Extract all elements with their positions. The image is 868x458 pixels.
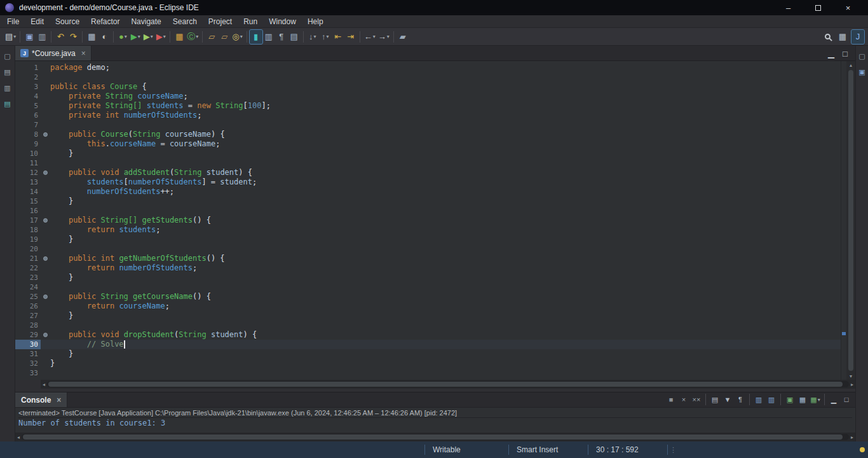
code-editor[interactable]: 1package demo;23public class Course {4 p…: [15, 61, 855, 380]
restore-view-icon[interactable]: ▢: [857, 51, 867, 61]
editor-vertical-scrollbar[interactable]: ▴ ▾: [846, 61, 855, 380]
remove-all-launches-icon[interactable]: ××: [690, 392, 703, 406]
horizontal-scroll-track[interactable]: [47, 381, 849, 387]
minimize-editor-icon[interactable]: ▁: [825, 46, 837, 60]
code-text[interactable]: }: [50, 349, 841, 359]
java-perspective-icon[interactable]: J: [851, 30, 864, 44]
menu-help[interactable]: Help: [302, 16, 329, 27]
coverage-icon[interactable]: ▶▾: [142, 30, 154, 44]
last-edit-location-icon[interactable]: ⇤: [332, 30, 344, 44]
code-text[interactable]: public Course(String courseName) {: [50, 130, 841, 139]
new-wizard-icon[interactable]: ▤▾: [4, 30, 17, 44]
display-selected-console-icon[interactable]: ▦: [796, 392, 809, 406]
terminate-icon[interactable]: ■: [665, 392, 677, 406]
dropdown-arrow-icon[interactable]: ▾: [125, 34, 127, 39]
fold-marker-icon[interactable]: [41, 292, 50, 302]
code-line-14[interactable]: 14 numberOfStudents++;: [15, 187, 841, 197]
code-line-9[interactable]: 9 this.courseName = courseName;: [15, 139, 841, 149]
scroll-up-icon[interactable]: ▴: [846, 61, 855, 69]
dropdown-arrow-icon[interactable]: ▾: [818, 397, 820, 403]
insert-mode-status[interactable]: Smart Insert: [508, 445, 588, 455]
code-line-31[interactable]: 31 }: [15, 349, 841, 359]
dropdown-arrow-icon[interactable]: ▾: [138, 34, 140, 39]
scroll-left-icon[interactable]: ◂: [43, 382, 45, 387]
code-line-7[interactable]: 7: [15, 120, 841, 130]
code-text[interactable]: private String[] students = new String[1…: [50, 101, 841, 111]
code-text[interactable]: public String getCourseName() {: [50, 292, 841, 302]
code-line-26[interactable]: 26 return courseName;: [15, 302, 841, 311]
dropdown-arrow-icon[interactable]: ▾: [373, 34, 376, 39]
back-icon[interactable]: ←▾: [363, 30, 377, 44]
scroll-down-icon[interactable]: ▾: [846, 372, 855, 380]
horizontal-scroll-track[interactable]: [22, 434, 849, 440]
code-line-4[interactable]: 4 private String courseName;: [15, 92, 841, 101]
code-text[interactable]: students[numberOfStudents] = student;: [50, 177, 841, 187]
dropdown-arrow-icon[interactable]: ▾: [240, 34, 243, 39]
scroll-lock-icon[interactable]: ▼: [721, 392, 734, 406]
redo-icon[interactable]: ↷: [67, 30, 79, 44]
remove-launch-icon[interactable]: ×: [677, 392, 690, 406]
close-button[interactable]: ×: [833, 0, 863, 15]
notification-lightbulb-icon[interactable]: [860, 447, 865, 452]
word-wrap-console-icon[interactable]: ¶: [734, 392, 747, 406]
code-line-25[interactable]: 25 public String getCourseName() {: [15, 292, 841, 302]
scroll-right-icon[interactable]: ▸: [851, 434, 853, 440]
code-text[interactable]: [50, 158, 841, 168]
code-line-27[interactable]: 27 }: [15, 311, 841, 321]
editor-horizontal-scrollbar[interactable]: ◂ ▸: [41, 380, 855, 389]
scroll-right-icon[interactable]: ▸: [851, 382, 853, 387]
dropdown-arrow-icon[interactable]: ▾: [313, 34, 316, 39]
code-line-2[interactable]: 2: [15, 73, 841, 82]
code-text[interactable]: return numberOfStudents;: [50, 263, 841, 273]
console-horizontal-scrollbar[interactable]: ◂ ▸: [15, 433, 855, 441]
code-area[interactable]: 1package demo;23public class Course {4 p…: [15, 61, 841, 380]
minimize-button[interactable]: –: [773, 0, 803, 15]
dropdown-arrow-icon[interactable]: ▾: [163, 34, 166, 39]
search-icon[interactable]: ◎▾: [231, 30, 243, 44]
editor-tab-course-java[interactable]: J *Course.java ×: [15, 46, 92, 60]
console-output-area[interactable]: <terminated> TestCourse [Java Applicatio…: [15, 408, 855, 433]
code-text[interactable]: [50, 282, 841, 292]
code-text[interactable]: [50, 244, 841, 254]
menu-edit[interactable]: Edit: [25, 16, 50, 27]
code-text[interactable]: }: [50, 197, 841, 206]
maximize-view-icon[interactable]: □: [840, 392, 853, 406]
open-console-icon[interactable]: ▦▾: [809, 392, 822, 406]
menu-window[interactable]: Window: [263, 16, 302, 27]
code-text[interactable]: package demo;: [50, 63, 841, 73]
pin-console-icon[interactable]: ▣: [783, 392, 796, 406]
dropdown-arrow-icon[interactable]: ▾: [326, 34, 329, 39]
dropdown-arrow-icon[interactable]: ▾: [13, 34, 16, 39]
show-whitespace-icon[interactable]: ¶: [275, 30, 288, 44]
scroll-left-icon[interactable]: ◂: [17, 434, 20, 440]
code-line-30[interactable]: 30 // Solve: [15, 340, 841, 349]
cursor-position-status[interactable]: 30 : 17 : 592: [588, 445, 667, 455]
fold-marker-icon[interactable]: [41, 130, 50, 139]
code-text[interactable]: this.courseName = courseName;: [50, 139, 841, 149]
code-line-16[interactable]: 16: [15, 206, 841, 216]
show-console-on-stdout-icon[interactable]: ▥: [752, 392, 765, 406]
code-text[interactable]: return courseName;: [50, 302, 841, 311]
menu-file[interactable]: File: [1, 16, 25, 27]
forward-icon[interactable]: →▾: [377, 30, 391, 44]
code-line-18[interactable]: 18 return students;: [15, 225, 841, 235]
code-line-5[interactable]: 5 private String[] students = new String…: [15, 101, 841, 111]
fold-marker-icon[interactable]: [41, 216, 50, 225]
horizontal-scroll-thumb[interactable]: [23, 434, 843, 440]
debug-icon[interactable]: ●▾: [116, 30, 129, 44]
code-text[interactable]: return students;: [50, 225, 841, 235]
minimize-view-icon[interactable]: ▁: [827, 392, 840, 406]
code-text[interactable]: }: [50, 235, 841, 244]
code-text[interactable]: public void addStudent(String student) {: [50, 168, 841, 177]
code-line-23[interactable]: 23 }: [15, 273, 841, 282]
dropdown-arrow-icon[interactable]: ▾: [387, 34, 390, 39]
horizontal-scroll-thumb[interactable]: [48, 382, 843, 387]
code-text[interactable]: }: [50, 149, 841, 158]
code-line-6[interactable]: 6 private int numberOfStudents;: [15, 111, 841, 120]
restore-view-icon[interactable]: ▢: [3, 51, 13, 61]
code-text[interactable]: numberOfStudents++;: [50, 187, 841, 197]
new-java-class-icon[interactable]: Ⓒ▾: [186, 30, 200, 44]
code-text[interactable]: [50, 206, 841, 216]
menu-run[interactable]: Run: [238, 16, 263, 27]
type-hierarchy-view-icon[interactable]: ▥: [3, 83, 13, 93]
